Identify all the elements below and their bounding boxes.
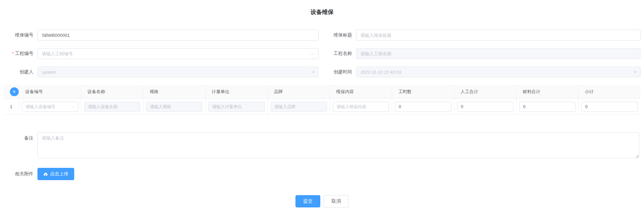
device-no-input[interactable]: [22, 102, 78, 112]
material-total-input[interactable]: [519, 102, 576, 112]
footer-actions: 提交 取消: [3, 195, 641, 207]
plus-icon: +: [13, 88, 16, 96]
hours-input[interactable]: [395, 102, 451, 112]
col-header-device-no: 设备编号: [19, 85, 81, 99]
brand-control: [271, 102, 327, 112]
project-name-label: 工程名称: [322, 48, 356, 59]
cell-spec: [143, 99, 206, 114]
field-creator: 创建人: [3, 67, 322, 77]
hours-control: [395, 102, 451, 112]
creator-input: [37, 67, 319, 77]
col-header-device-name: 设备名称: [81, 85, 144, 99]
field-remark: 备注: [3, 132, 641, 160]
page-title: 设备维保: [3, 8, 641, 16]
create-time-picker: [356, 67, 641, 77]
col-header-labor-total: 人工合计: [454, 85, 517, 99]
equipment-detail-table: + 设备编号 设备名称 规格 计量单位 品牌 维保内容 工时数 人工合计 材料合…: [3, 85, 641, 115]
cell-unit: [206, 99, 268, 114]
content-control: [333, 102, 389, 112]
device-no-control: ···: [22, 102, 78, 112]
equipment-maintenance-form-page: 设备维保 维保编号 维保标题 *工程编号 ··· 工程名称: [0, 0, 644, 218]
add-row-cell: +: [3, 85, 19, 99]
col-header-spec: 规格: [143, 85, 206, 99]
material-total-control: [519, 102, 576, 112]
spec-input: [146, 102, 203, 112]
table-header-row: + 设备编号 设备名称 规格 计量单位 品牌 维保内容 工时数 人工合计 材料合…: [3, 85, 641, 99]
ellipsis-icon[interactable]: ···: [70, 102, 76, 112]
cell-material-total: [517, 99, 579, 114]
cancel-button[interactable]: 取消: [324, 195, 349, 207]
subtotal-input[interactable]: [581, 102, 638, 112]
col-header-unit: 计量单位: [206, 85, 268, 99]
cell-content: [330, 99, 392, 114]
ellipsis-icon[interactable]: ···: [309, 48, 315, 59]
project-no-input[interactable]: [37, 48, 319, 59]
upload-button-label: 点击上传: [50, 171, 68, 177]
maintenance-no-input[interactable]: [37, 30, 319, 41]
field-attachment: 相关附件 点击上传: [3, 168, 641, 180]
col-header-brand: 品牌: [268, 85, 330, 99]
create-time-label: 创建时间: [322, 67, 356, 77]
cell-subtotal: [579, 99, 641, 114]
required-asterisk: *: [12, 51, 14, 56]
table-row: 1 ···: [3, 99, 641, 114]
field-project-name: 工程名称: [322, 48, 641, 59]
field-maintenance-title: 维保标题: [322, 30, 641, 41]
col-header-hours: 工时数: [392, 85, 454, 99]
maintenance-title-input[interactable]: [356, 30, 641, 41]
attachment-label: 相关附件: [3, 169, 37, 179]
project-no-label-text: 工程编号: [15, 51, 33, 56]
remark-textarea[interactable]: [37, 132, 639, 158]
col-header-content: 维保内容: [330, 85, 392, 99]
project-name-control: [356, 48, 641, 59]
field-project-no: *工程编号 ···: [3, 48, 322, 59]
creator-select: [37, 67, 319, 77]
device-name-input: [84, 102, 141, 112]
field-maintenance-no: 维保编号: [3, 30, 322, 41]
cell-brand: [268, 99, 330, 114]
labor-total-control: [457, 102, 514, 112]
col-header-material-total: 材料合计: [517, 85, 579, 99]
chevron-down-icon: [633, 67, 637, 77]
project-no-label: *工程编号: [3, 48, 37, 59]
form-row-2: *工程编号 ··· 工程名称: [3, 48, 641, 59]
create-time-input: [356, 67, 641, 77]
subtotal-control: [581, 102, 638, 112]
brand-input: [271, 102, 327, 112]
cloud-upload-icon: [43, 172, 48, 176]
maintenance-no-label: 维保编号: [3, 30, 37, 41]
cell-hours: [392, 99, 454, 114]
project-name-input: [356, 48, 641, 59]
device-name-control: [84, 102, 141, 112]
maintenance-content-input[interactable]: [333, 102, 389, 112]
maintenance-title-control: [356, 30, 641, 41]
remark-control: [37, 132, 639, 160]
unit-input: [208, 102, 265, 112]
spec-control: [146, 102, 203, 112]
submit-button[interactable]: 提交: [295, 195, 320, 207]
labor-total-input[interactable]: [457, 102, 514, 112]
field-create-time: 创建时间: [322, 67, 641, 77]
maintenance-title-label: 维保标题: [322, 30, 356, 41]
maintenance-no-control: [37, 30, 319, 41]
col-header-subtotal: 小计: [579, 85, 641, 99]
cell-labor-total: [454, 99, 517, 114]
row-index: 1: [3, 99, 19, 114]
cell-device-no: ···: [19, 99, 81, 114]
upload-button[interactable]: 点击上传: [37, 168, 74, 180]
form-row-1: 维保编号 维保标题: [3, 30, 641, 41]
project-no-control: ···: [37, 48, 319, 59]
chevron-down-icon: [311, 67, 315, 77]
unit-control: [208, 102, 265, 112]
cell-device-name: [81, 99, 144, 114]
add-row-button[interactable]: +: [10, 87, 19, 96]
remark-label: 备注: [3, 132, 37, 141]
creator-label: 创建人: [3, 67, 37, 77]
form-row-3: 创建人 创建时间: [3, 67, 641, 77]
